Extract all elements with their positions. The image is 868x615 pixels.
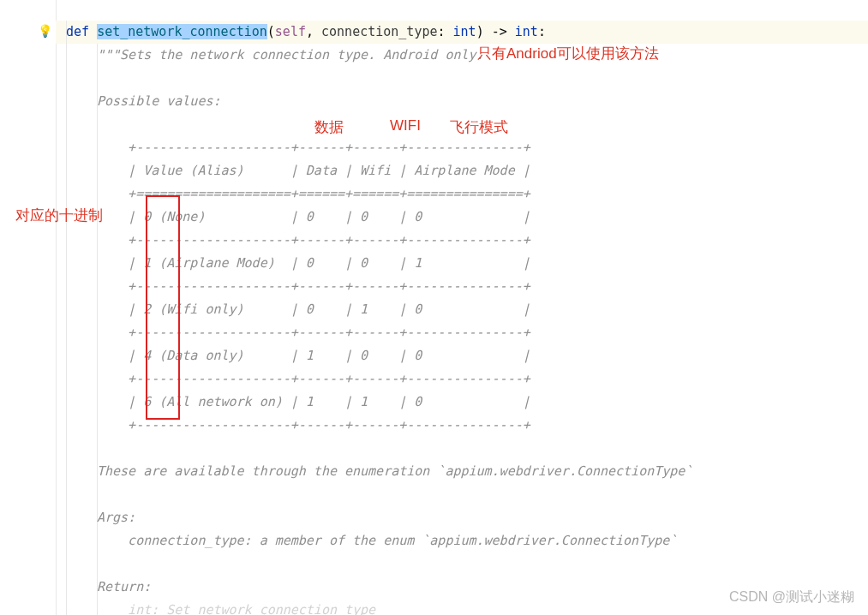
comma: ,	[306, 24, 321, 39]
annotation-decimal: 对应的十进制	[15, 206, 103, 225]
annotation-data-column: 数据	[314, 117, 344, 137]
docstring-return-label: Return:	[97, 576, 151, 599]
docstring-args-desc: connection_type: a member of the enum `a…	[97, 529, 677, 552]
open-paren: (	[267, 24, 275, 39]
keyword-def: def	[66, 24, 97, 39]
close-paren: )	[476, 24, 484, 39]
return-type: int	[515, 24, 538, 39]
function-signature[interactable]: def set_network_connection(self, connect…	[66, 21, 546, 44]
param-self: self	[275, 24, 306, 39]
gutter-border	[56, 0, 57, 615]
editor-gutter: 💡	[0, 0, 56, 615]
docstring-args-label: Args:	[97, 506, 135, 529]
indent-guide	[66, 21, 67, 615]
colon-end: :	[538, 24, 546, 39]
annotation-value-box	[146, 195, 180, 420]
docstring-enum-note: These are available through the enumerat…	[97, 460, 692, 483]
annotation-airplane-column: 飞行模式	[450, 117, 508, 137]
table-header: | Value (Alias) | Data | Wifi | Airplane…	[97, 159, 530, 182]
param-name: connection_type	[321, 24, 437, 39]
lightbulb-icon[interactable]: 💡	[38, 24, 51, 38]
annotation-android-only: 只有Andriod可以使用该方法	[477, 44, 659, 63]
annotation-wifi-column: WIFI	[390, 117, 421, 134]
docstring-open: """Sets the network connection type. And…	[97, 44, 484, 67]
param-type: int	[453, 24, 476, 39]
table-border-top: +--------------------+------+------+----…	[97, 136, 530, 159]
watermark: CSDN @测试小迷糊	[729, 588, 854, 606]
colon: :	[438, 24, 453, 39]
arrow: ->	[484, 24, 515, 39]
docstring-possible-values: Possible values:	[97, 90, 221, 113]
docstring-return-desc: int: Set network connection type	[97, 599, 375, 615]
function-name: set_network_connection	[97, 24, 267, 39]
